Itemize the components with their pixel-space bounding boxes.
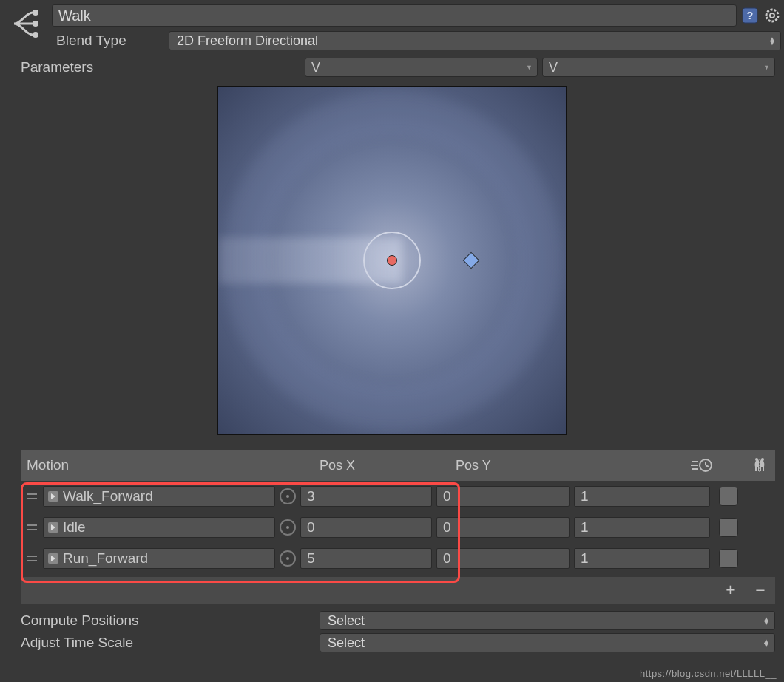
add-button[interactable]: + [716,580,746,601]
watermark-text: https://blog.csdn.net/LLLLL__ [640,668,777,679]
motion-row: Idle 0 0 1 [21,512,775,543]
compute-positions-label: Compute Positions [21,612,314,629]
header-timescale-icon [593,457,743,473]
list-footer: + − [21,577,775,604]
blend-graph[interactable] [217,86,567,435]
posy-input[interactable]: 0 [436,486,570,507]
drag-handle-icon[interactable] [25,492,38,501]
clip-icon [48,491,58,502]
header-mirror-icon [743,456,769,474]
posx-input[interactable]: 0 [300,517,432,538]
gear-icon[interactable] [763,7,781,24]
compute-positions-dropdown[interactable]: Select▲▼ [320,611,775,630]
parameters-label: Parameters [21,59,300,75]
header-posx: Pos X [320,458,456,473]
motion-name: Run_Forward [63,550,148,567]
posx-input[interactable]: 3 [300,486,432,507]
svg-point-6 [770,13,774,18]
svg-point-2 [33,32,38,38]
motion-table-header: Motion Pos X Pos Y [21,450,775,481]
posx-input[interactable]: 5 [300,548,432,569]
motion-field[interactable]: Idle [43,517,275,538]
motion-name: Walk_Forward [63,488,153,504]
blend-type-dropdown[interactable]: 2D Freeform Directional▲▼ [169,31,781,50]
remove-button[interactable]: − [746,580,775,601]
object-picker-icon[interactable] [280,488,296,504]
svg-point-0 [33,10,38,16]
svg-text:?: ? [747,10,754,21]
blendtree-icon [3,1,47,46]
posy-input[interactable]: 0 [436,548,570,569]
graph-point-current[interactable] [387,255,397,266]
adjust-timescale-dropdown[interactable]: Select▲▼ [320,633,775,652]
motion-field[interactable]: Run_Forward [43,548,275,569]
param-y-dropdown[interactable]: V▼ [542,58,775,77]
timescale-input[interactable]: 1 [574,517,710,538]
svg-point-1 [33,21,38,27]
drag-handle-icon[interactable] [25,523,38,532]
motion-row: Walk_Forward 3 0 1 [21,481,775,512]
adjust-timescale-label: Adjust Time Scale [21,635,314,651]
clip-icon [48,522,58,533]
svg-line-12 [706,465,709,467]
svg-point-13 [755,458,758,461]
svg-point-14 [761,458,764,461]
header-motion: Motion [27,457,320,473]
mirror-checkbox[interactable] [719,549,738,568]
help-icon[interactable]: ? [741,7,759,24]
clip-icon [48,553,58,564]
timescale-input[interactable]: 1 [574,486,710,507]
compute-positions-value: Select [328,613,365,629]
object-picker-icon[interactable] [280,550,296,567]
motion-name: Idle [63,519,86,536]
blend-type-value: 2D Freeform Directional [177,33,318,49]
motion-row: Run_Forward 5 0 1 [21,543,775,574]
mirror-checkbox[interactable] [719,487,738,506]
adjust-timescale-value: Select [328,635,365,651]
object-picker-icon[interactable] [280,519,296,536]
timescale-input[interactable]: 1 [574,548,710,569]
param-x-dropdown[interactable]: V▼ [305,58,538,77]
drag-handle-icon[interactable] [25,554,38,563]
blend-type-label: Blend Type [52,33,163,49]
param-x-value: V [311,60,320,75]
posy-input[interactable]: 0 [436,517,570,538]
name-input[interactable]: Walk [52,4,737,27]
mirror-checkbox[interactable] [719,518,738,537]
header-posy: Pos Y [456,458,593,473]
motion-field[interactable]: Walk_Forward [43,486,275,507]
param-y-value: V [549,60,558,75]
